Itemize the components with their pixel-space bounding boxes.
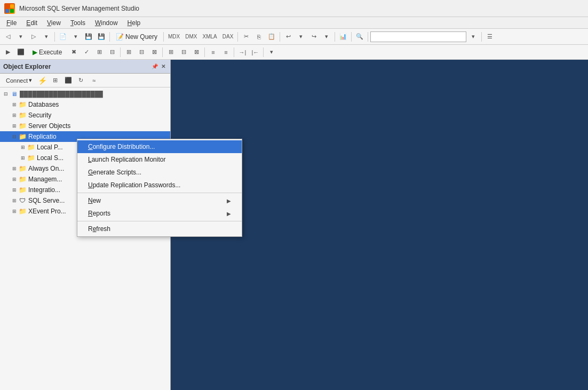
paste-button[interactable]: 📋 xyxy=(266,31,277,43)
forward-button[interactable]: ▷ xyxy=(28,31,39,43)
ctx-launch-monitor-label: Launch Replication Monitor xyxy=(88,156,165,163)
oe-title-buttons: 📌 ✕ xyxy=(151,63,167,70)
ctx-update-passwords[interactable]: Update Replication Passwords... xyxy=(77,179,242,192)
copy-button[interactable]: ⎘ xyxy=(253,31,265,43)
menu-tools[interactable]: Tools xyxy=(66,18,90,28)
main-area: Object Explorer 📌 ✕ Connect ▾ ⚡ ⊞ ⬛ ↻ ≈ … xyxy=(0,60,588,390)
menu-bar: File Edit View Tools Window Help xyxy=(0,17,588,29)
svg-rect-1 xyxy=(10,4,14,8)
security-expand-icon: ⊞ xyxy=(11,112,18,119)
menu-view[interactable]: View xyxy=(43,18,65,28)
stop-button[interactable]: ⬛ xyxy=(15,46,27,58)
search-button[interactable]: 🔍 xyxy=(354,31,365,43)
xmla-button[interactable]: XMLA xyxy=(201,31,219,43)
menu-help[interactable]: Help xyxy=(123,18,145,28)
menu-edit[interactable]: Edit xyxy=(22,18,42,28)
ctx-launch-monitor[interactable]: Launch Replication Monitor xyxy=(77,153,242,166)
outdent-button[interactable]: |← xyxy=(249,46,261,58)
tb2-btn5[interactable]: ⊟ xyxy=(178,46,189,58)
parse-button[interactable]: ✓ xyxy=(81,46,92,58)
sep12 xyxy=(204,47,205,57)
undo-button[interactable]: ↩ xyxy=(282,31,294,43)
new-query-button[interactable]: 📝 New Query xyxy=(112,31,161,42)
object-explorer-tree: ⊟ 🖥 ████████████████████ ⊞ 📁 Databases ⊞… xyxy=(0,87,170,390)
replication-folder-icon: 📁 xyxy=(18,132,27,141)
back-button[interactable]: ◁ xyxy=(2,31,14,43)
oe-refresh-button[interactable]: ↻ xyxy=(75,75,87,86)
debug-button[interactable]: ▶ xyxy=(2,46,14,58)
oe-toolbar: Connect ▾ ⚡ ⊞ ⬛ ↻ ≈ xyxy=(0,74,170,87)
ctx-refresh-label: Refresh xyxy=(88,225,110,233)
tree-server-objects[interactable]: ⊞ 📁 Server Objects xyxy=(0,121,170,131)
replication-expand-icon: ⊟ xyxy=(11,133,18,140)
save-all-button[interactable]: 💾 xyxy=(96,31,107,43)
execute-play-icon: ▶ xyxy=(33,49,37,56)
ctx-reports[interactable]: Reports ▶ xyxy=(77,207,242,220)
xevent-folder-icon: 📁 xyxy=(18,207,27,216)
new-file-button[interactable]: 📄 xyxy=(57,31,69,43)
undo-dropdown[interactable]: ▾ xyxy=(295,31,307,43)
more-button[interactable]: ▾ xyxy=(266,46,277,58)
ctx-new[interactable]: New ▶ xyxy=(77,194,242,207)
dax-button[interactable]: DAX xyxy=(220,31,236,43)
ctx-refresh[interactable]: Refresh xyxy=(77,222,242,235)
cut-button[interactable]: ✂ xyxy=(240,31,252,43)
replication-label: Replicatio xyxy=(28,133,57,140)
ctx-update-passwords-label: Update Replication Passwords... xyxy=(88,181,180,189)
open-dropdown[interactable]: ▾ xyxy=(70,31,82,43)
xevent-label: XEvent Pro... xyxy=(28,208,66,215)
align-right-button[interactable]: ≡ xyxy=(220,46,232,58)
app-logo xyxy=(4,3,15,14)
align-left-button[interactable]: ≡ xyxy=(207,46,219,58)
menu-file[interactable]: File xyxy=(2,18,21,28)
connect-button[interactable]: Connect ▾ xyxy=(2,75,36,85)
chart-button[interactable]: 📊 xyxy=(337,31,349,43)
sep4 xyxy=(237,32,238,42)
tb2-btn3[interactable]: ⊠ xyxy=(148,46,160,58)
forward-dropdown[interactable]: ▾ xyxy=(41,31,52,43)
tb2-btn2[interactable]: ⊟ xyxy=(136,46,147,58)
tree-security[interactable]: ⊞ 📁 Security xyxy=(0,110,170,121)
ctx-generate-scripts-label: Generate Scripts... xyxy=(88,169,141,176)
show-results-button[interactable]: ⊟ xyxy=(106,46,118,58)
oe-activity-button[interactable]: ≈ xyxy=(88,75,100,86)
back-dropdown[interactable]: ▾ xyxy=(15,31,27,43)
xevent-expand-icon: ⊞ xyxy=(11,208,18,215)
indent-button[interactable]: →| xyxy=(236,46,248,58)
search-dropdown[interactable]: ▾ xyxy=(467,31,479,43)
tb2-btn4[interactable]: ⊞ xyxy=(165,46,177,58)
databases-label: Databases xyxy=(28,101,59,108)
oe-stop-button[interactable]: ⬛ xyxy=(62,75,74,86)
tb2-btn1[interactable]: ⊞ xyxy=(123,46,134,58)
sep1 xyxy=(54,32,55,42)
new-query-icon: 📝 xyxy=(116,33,124,41)
databases-expand-icon: ⊞ xyxy=(11,101,18,108)
redo-button[interactable]: ↪ xyxy=(308,31,320,43)
server-icon: 🖥 xyxy=(10,90,18,98)
oe-close-button[interactable]: ✕ xyxy=(160,63,167,70)
cancel-execute-button[interactable]: ✖ xyxy=(68,46,80,58)
ctx-generate-scripts[interactable]: Generate Scripts... xyxy=(77,166,242,179)
menu-window[interactable]: Window xyxy=(91,18,122,28)
sep2 xyxy=(109,32,110,42)
tb2-btn6[interactable]: ⊠ xyxy=(190,46,202,58)
sep3 xyxy=(163,32,164,42)
properties-button[interactable]: ☰ xyxy=(484,31,496,43)
oe-pin-button[interactable]: 📌 xyxy=(151,63,158,70)
oe-filter-button[interactable]: ⊞ xyxy=(50,75,61,86)
sep11 xyxy=(162,47,163,57)
redo-dropdown[interactable]: ▾ xyxy=(321,31,332,43)
oe-disconnect-button[interactable]: ⚡ xyxy=(37,75,49,86)
dmx-button[interactable]: DMX xyxy=(183,31,199,43)
search-input[interactable] xyxy=(370,31,466,42)
ctx-configure-distribution[interactable]: Configure Distribution... xyxy=(77,140,242,153)
sep10 xyxy=(120,47,121,57)
show-table-button[interactable]: ⊞ xyxy=(93,46,105,58)
sep14 xyxy=(263,47,264,57)
server-root-node[interactable]: ⊟ 🖥 ████████████████████ xyxy=(0,89,170,99)
tree-databases[interactable]: ⊞ 📁 Databases xyxy=(0,99,170,110)
execute-button[interactable]: ▶ Execute xyxy=(28,47,67,58)
mdx-button[interactable]: MDX xyxy=(166,31,182,43)
save-button[interactable]: 💾 xyxy=(83,31,94,43)
sep7 xyxy=(351,32,352,42)
